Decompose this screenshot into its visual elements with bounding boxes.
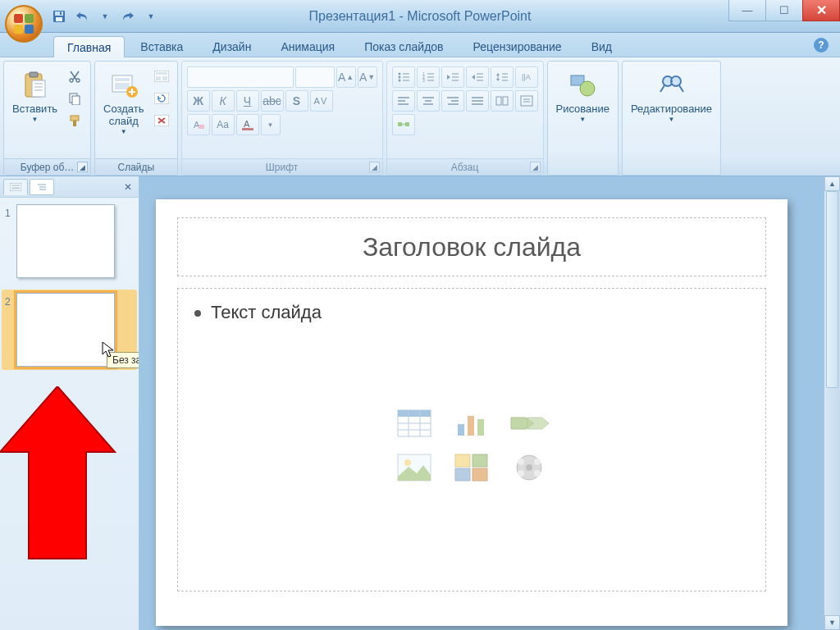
slide-thumbnail-2[interactable] [16, 293, 115, 367]
qat-customize-icon[interactable]: ▼ [141, 7, 161, 26]
tab-view[interactable]: Вид [578, 35, 626, 57]
find-icon [657, 71, 687, 100]
clipart-icon[interactable] [449, 450, 495, 486]
group-font: A▲ A▼ Ж К Ч abc S AV A Aa A [181, 61, 383, 176]
font-color-dropdown-icon[interactable]: ▼ [261, 114, 281, 135]
bold-icon[interactable]: Ж [187, 90, 210, 112]
font-color-icon[interactable]: A [236, 114, 259, 135]
dialog-launcher-icon[interactable]: ◢ [369, 162, 380, 172]
svg-rect-71 [405, 122, 409, 126]
svg-rect-85 [398, 410, 431, 417]
drawing-button[interactable]: Рисование ▼ [551, 65, 614, 155]
slides-panel: ✕ 1 2 Без заголовка] [0, 176, 139, 630]
help-icon[interactable]: ? [814, 38, 829, 52]
align-left-icon[interactable] [392, 90, 415, 112]
ribbon-tabs: Главная Вставка Дизайн Анимация Показ сл… [0, 33, 840, 57]
svg-rect-18 [115, 83, 130, 89]
shadow-icon[interactable]: S [285, 90, 308, 112]
grow-font-icon[interactable]: A▲ [336, 66, 356, 88]
title-bar: ▼ ▼ Презентация1 - Microsoft PowerPoint … [0, 0, 840, 33]
smartart-icon[interactable] [506, 405, 552, 441]
align-center-icon[interactable] [417, 90, 440, 112]
svg-rect-14 [71, 116, 79, 121]
save-icon[interactable] [49, 7, 69, 26]
group-label-slides: Слайды [117, 162, 154, 173]
undo-icon[interactable] [72, 7, 92, 26]
title-placeholder[interactable]: Заголовок слайда [177, 217, 766, 276]
maximize-button[interactable]: ☐ [765, 0, 803, 21]
increase-indent-icon[interactable] [466, 66, 489, 88]
scroll-up-icon[interactable]: ▲ [824, 176, 840, 191]
align-right-icon[interactable] [441, 90, 464, 112]
svg-rect-13 [72, 96, 80, 105]
svg-point-11 [76, 79, 80, 82]
thumb-number: 2 [5, 293, 16, 308]
tab-slideshow[interactable]: Показ слайдов [350, 35, 457, 57]
bullets-icon[interactable] [392, 66, 415, 88]
svg-rect-97 [455, 468, 470, 481]
group-label-paragraph: Абзац [451, 162, 479, 173]
tab-animations[interactable]: Анимация [267, 35, 349, 57]
scroll-down-icon[interactable]: ▼ [824, 615, 840, 630]
reset-icon[interactable] [152, 89, 171, 108]
slide[interactable]: Заголовок слайда Текст слайда [156, 199, 788, 626]
character-spacing-icon[interactable]: AV [310, 90, 333, 112]
dialog-launcher-icon[interactable]: ◢ [530, 162, 541, 172]
line-spacing-icon[interactable] [491, 66, 514, 88]
vertical-scrollbar[interactable]: ▲ ▼ [824, 176, 840, 630]
numbering-icon[interactable]: 123 [417, 66, 440, 88]
svg-point-102 [534, 459, 541, 465]
group-drawing: Рисование ▼ x [547, 61, 619, 176]
format-painter-icon[interactable] [65, 111, 84, 130]
strikethrough-icon[interactable]: abc [261, 90, 284, 112]
content-placeholder[interactable]: Текст слайда [177, 288, 766, 591]
panel-close-icon[interactable]: ✕ [121, 181, 135, 193]
svg-rect-6 [32, 80, 45, 97]
dialog-launcher-icon[interactable]: ◢ [77, 162, 88, 172]
font-size-combo[interactable] [295, 66, 335, 88]
paste-button[interactable]: Вставить ▼ [7, 65, 62, 155]
new-slide-button[interactable]: Создать слайд ▼ [98, 65, 148, 155]
delete-slide-icon[interactable] [152, 111, 171, 130]
slide-thumbnail-1[interactable] [16, 204, 115, 278]
underline-icon[interactable]: Ч [236, 90, 259, 112]
change-case-icon[interactable]: Aa [212, 114, 235, 135]
tab-review[interactable]: Рецензирование [459, 35, 576, 57]
minimize-button[interactable]: — [728, 0, 766, 21]
tab-home[interactable]: Главная [53, 36, 125, 57]
close-button[interactable]: ✕ [802, 0, 840, 21]
svg-point-32 [398, 76, 400, 79]
scroll-thumb[interactable] [826, 191, 838, 388]
undo-dropdown-icon[interactable]: ▼ [95, 7, 115, 26]
layout-icon[interactable] [152, 66, 171, 86]
tab-insert[interactable]: Вставка [126, 35, 197, 57]
font-name-combo[interactable] [187, 66, 294, 88]
svg-rect-17 [115, 78, 130, 81]
align-text-icon[interactable] [515, 90, 538, 112]
svg-rect-21 [156, 72, 167, 75]
justify-icon[interactable] [466, 90, 489, 112]
text-direction-icon[interactable]: ||A [515, 66, 538, 88]
italic-icon[interactable]: К [212, 90, 235, 112]
group-paragraph: 123 ||A Абзац◢ [386, 61, 544, 176]
editing-button[interactable]: Редактирование ▼ [626, 65, 717, 155]
table-icon[interactable] [391, 405, 437, 441]
picture-icon[interactable] [391, 450, 437, 486]
slides-tab-thumbnails[interactable] [3, 179, 28, 195]
chart-icon[interactable] [449, 405, 495, 441]
office-button[interactable] [5, 5, 43, 43]
slides-tab-outline[interactable] [30, 179, 54, 195]
tab-design[interactable]: Дизайн [199, 35, 265, 57]
svg-text:A: A [244, 119, 250, 129]
convert-smartart-icon[interactable] [392, 114, 415, 135]
clear-formatting-icon[interactable]: A [187, 114, 210, 135]
shrink-font-icon[interactable]: A▼ [358, 66, 377, 88]
copy-icon[interactable] [65, 89, 84, 108]
decrease-indent-icon[interactable] [441, 66, 464, 88]
cut-icon[interactable] [65, 66, 84, 86]
redo-icon[interactable] [118, 7, 138, 26]
group-slides: Создать слайд ▼ Слайды [94, 61, 177, 176]
media-icon[interactable] [506, 450, 552, 486]
slide-canvas[interactable]: Заголовок слайда Текст слайда [139, 176, 840, 630]
columns-icon[interactable] [491, 90, 514, 112]
